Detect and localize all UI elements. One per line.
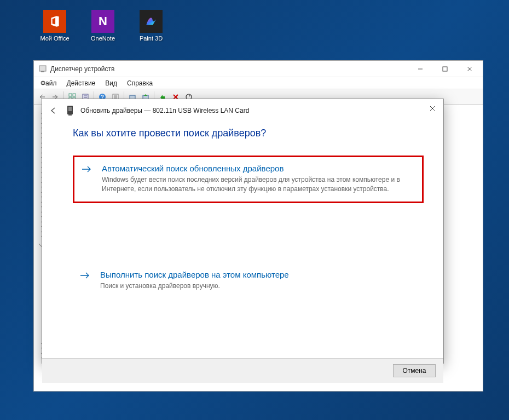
dialog-title: Обновить драйверы — 802.11n USB Wireless… — [80, 107, 249, 114]
svg-rect-6 — [69, 94, 72, 96]
desktop-icon-label: OneNote — [91, 35, 115, 42]
desktop-icon-onenote[interactable]: N OneNote — [86, 10, 119, 42]
option-title: Выполнить поиск драйверов на этом компью… — [100, 270, 416, 279]
menubar: Файл Действие Вид Справка — [34, 77, 483, 89]
titlebar[interactable]: Диспетчер устройств — [34, 61, 483, 77]
dialog-footer: Отмена — [42, 358, 443, 383]
svg-rect-3 — [443, 67, 447, 71]
menu-view[interactable]: Вид — [101, 78, 122, 88]
desktop-icon-label: Paint 3D — [140, 35, 163, 42]
window-title: Диспетчер устройств — [50, 65, 408, 73]
option-manual-search[interactable]: Выполнить поиск драйверов на этом компью… — [73, 263, 424, 298]
svg-rect-0 — [39, 66, 46, 71]
maximize-button[interactable] — [432, 61, 457, 77]
arrow-right-icon — [79, 271, 90, 280]
device-icon — [65, 105, 75, 117]
dialog-header: Обновить драйверы — 802.11n USB Wireless… — [42, 99, 443, 121]
dialog-title-prefix: Обновить драйверы — — [80, 107, 151, 114]
arrow-right-icon — [81, 165, 92, 174]
option-description: Windows будет вести поиск последних верс… — [102, 175, 414, 194]
close-button[interactable] — [457, 61, 482, 77]
svg-rect-7 — [73, 94, 76, 96]
menu-action[interactable]: Действие — [62, 78, 100, 88]
svg-rect-29 — [68, 114, 72, 116]
desktop-icon-paint3d[interactable]: Paint 3D — [135, 10, 167, 42]
minimize-button[interactable] — [408, 61, 432, 77]
update-driver-dialog: Обновить драйверы — 802.11n USB Wireless… — [42, 99, 444, 364]
office-icon — [43, 10, 66, 33]
menu-file[interactable]: Файл — [36, 78, 61, 88]
dialog-device-name: 802.11n USB Wireless LAN Card — [153, 107, 250, 114]
svg-rect-28 — [68, 107, 72, 111]
cancel-button[interactable]: Отмена — [393, 364, 436, 377]
dialog-close-button[interactable] — [425, 102, 440, 114]
desktop-icons: Мой Office N OneNote Paint 3D — [38, 10, 167, 42]
option-title: Автоматический поиск обновленных драйвер… — [102, 164, 414, 173]
devmgr-icon — [38, 65, 47, 73]
dialog-question: Как вы хотите провести поиск драйверов? — [73, 128, 424, 139]
onenote-icon: N — [91, 10, 114, 33]
paint3d-icon — [140, 10, 163, 33]
option-description: Поиск и установка драйверов вручную. — [100, 281, 416, 291]
back-button[interactable] — [48, 105, 60, 117]
option-auto-search[interactable]: Автоматический поиск обновленных драйвер… — [73, 156, 424, 203]
svg-rect-1 — [41, 71, 44, 72]
desktop-icon-office[interactable]: Мой Office — [38, 10, 71, 42]
desktop-icon-label: Мой Office — [40, 35, 69, 42]
menu-help[interactable]: Справка — [123, 78, 157, 88]
